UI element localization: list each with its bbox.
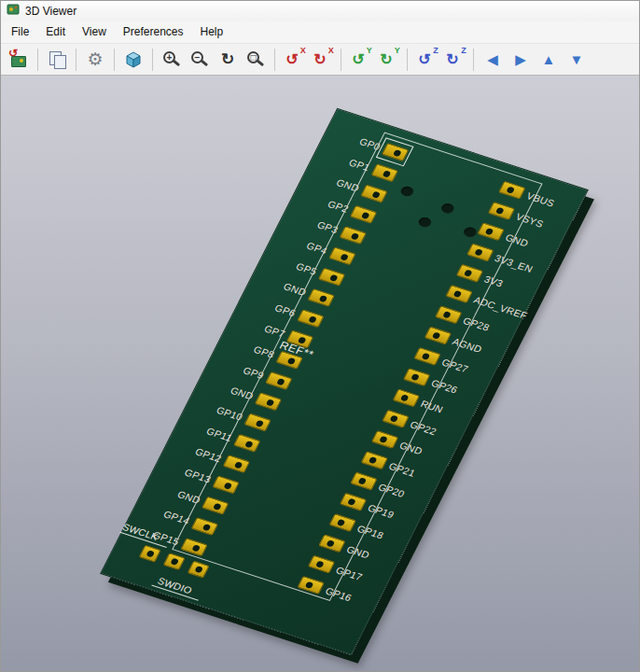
pad-hole	[318, 294, 327, 301]
pin-label-gp12: GP12	[193, 446, 223, 464]
menu-view[interactable]: View	[74, 21, 115, 43]
pad-hole	[191, 544, 201, 552]
pad-hole	[495, 206, 505, 214]
pad-hole	[442, 310, 452, 317]
pin-pad	[255, 392, 282, 411]
pin-pad	[308, 555, 335, 574]
pin-pad	[361, 451, 388, 469]
pin-pad	[340, 226, 367, 245]
pin-label-gp11: GP11	[204, 426, 234, 443]
app-icon	[7, 3, 20, 20]
menu-file[interactable]: File	[3, 21, 37, 43]
menu-help[interactable]: Help	[192, 21, 232, 43]
pin-pad	[188, 561, 210, 579]
pad-hole	[297, 336, 306, 343]
menu-edit[interactable]: Edit	[37, 21, 74, 43]
pad-hole	[308, 315, 317, 323]
rotate-z-cw-icon[interactable]: ↻Z	[440, 47, 468, 73]
pin-pad	[488, 202, 515, 220]
pad-hole	[452, 289, 462, 297]
pad-hole	[146, 550, 155, 557]
pad-hole	[474, 248, 483, 256]
rotate-z-ccw-icon[interactable]: ↺Z	[412, 47, 440, 73]
rotate-x-ccw-icon[interactable]: ↺X	[280, 47, 308, 73]
toolbar-separator	[274, 49, 275, 71]
pin-label-3v3: 3V3	[482, 273, 505, 289]
pin-label-gnd: GND	[397, 440, 424, 456]
pin-pad	[318, 534, 345, 553]
pad-hole	[357, 477, 367, 484]
pin-pad	[445, 285, 472, 303]
rotate-y-ccw-icon[interactable]: ↺Y	[346, 47, 374, 73]
pin-pad	[424, 327, 452, 345]
move-right-icon[interactable]: ▶	[507, 47, 535, 73]
pin-label-gp4: GP4	[305, 240, 330, 257]
pad-hole	[233, 461, 243, 469]
pin-label-gp7: GP7	[262, 323, 287, 340]
pin-label-vbus: VBUS	[524, 190, 556, 209]
pin-label-gp20: GP20	[377, 481, 407, 498]
pad-hole	[484, 227, 494, 234]
pad-hole	[393, 148, 402, 156]
pin-label-gnd: GND	[335, 176, 362, 193]
mounting-hole	[439, 202, 456, 215]
pad-hole	[431, 331, 440, 339]
pin-label-gp19: GP19	[366, 502, 396, 520]
pin-pad	[360, 185, 387, 203]
pad-hole	[304, 581, 313, 588]
pin-pad	[297, 576, 324, 595]
render-options-icon[interactable]: ⚙	[81, 47, 109, 73]
menubar: FileEditViewPreferencesHelp	[1, 21, 639, 44]
pin-pad	[212, 475, 239, 494]
move-down-icon[interactable]: ▼	[563, 47, 591, 73]
move-up-icon[interactable]: ▲	[535, 47, 563, 73]
zoom-fit-icon[interactable]: □	[242, 47, 270, 73]
pin-label-gp2: GP2	[326, 198, 351, 215]
pin-pad	[328, 513, 355, 532]
mounting-hole	[417, 216, 434, 229]
toolbar-separator	[114, 49, 115, 71]
pad-hole	[213, 502, 222, 510]
pad-hole	[399, 394, 409, 401]
pad-hole	[389, 414, 398, 422]
pin-pad	[403, 368, 430, 386]
pin-pad	[233, 434, 260, 453]
rotate-y-cw-icon[interactable]: ↻Y	[374, 47, 402, 73]
menu-preferences[interactable]: Preferences	[115, 21, 192, 43]
pin-pad	[297, 309, 324, 328]
zoom-in-icon[interactable]: +	[158, 47, 186, 73]
pin-pad	[435, 305, 462, 324]
pin-pad	[413, 347, 440, 366]
rotate-x-cw-icon[interactable]: ↻X	[308, 47, 336, 73]
pad-hole	[347, 497, 356, 505]
copy-image-icon[interactable]	[43, 47, 71, 73]
pin-pad	[265, 371, 292, 390]
pad-hole	[506, 186, 515, 193]
3d-viewport[interactable]: GP0GP1GNDGP2GP3GP4GP5GNDGP6GP7GP8GP9GNDG…	[1, 76, 639, 671]
pin-label-gp5: GP5	[294, 260, 319, 277]
pad-hole	[361, 211, 370, 218]
pin-pad	[191, 517, 218, 536]
move-left-icon[interactable]: ◀	[479, 47, 507, 73]
pad-hole	[421, 352, 430, 359]
pin-pad	[350, 472, 377, 491]
pin-pad	[202, 497, 229, 515]
pin-label-gp26: GP26	[429, 377, 459, 395]
pad-hole	[244, 440, 254, 447]
zoom-out-icon[interactable]: −	[186, 47, 214, 73]
toolbar-separator	[76, 49, 77, 71]
orientation-cube-icon[interactable]	[119, 47, 147, 73]
pin-label-adc_vref: ADC_VREF	[472, 294, 530, 321]
toolbar-separator	[341, 49, 341, 71]
redraw-icon[interactable]: ↻	[214, 47, 242, 73]
pin-label-gp9: GP9	[242, 364, 267, 381]
pad-hole	[202, 523, 211, 530]
pin-label-gp18: GP18	[355, 523, 385, 540]
reload-board-icon[interactable]: ↺	[5, 47, 33, 73]
pin-pad	[180, 538, 207, 556]
pin-label-run: RUN	[419, 398, 445, 414]
pad-hole	[223, 482, 232, 489]
pin-pad	[371, 163, 398, 182]
pin-pad	[393, 388, 420, 407]
pin-label-3v3_en: 3V3_EN	[493, 252, 535, 273]
